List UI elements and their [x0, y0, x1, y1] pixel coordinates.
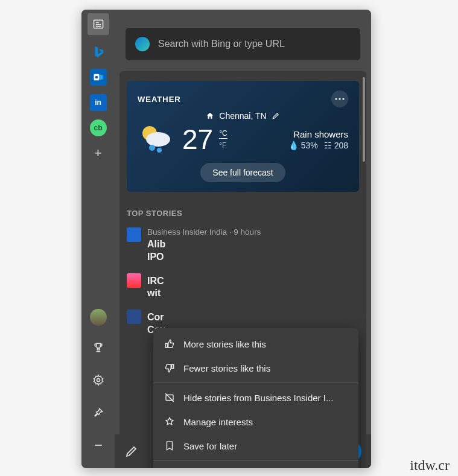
trophy-icon[interactable] — [87, 337, 109, 358]
story-title: AlibIPO — [147, 238, 261, 264]
unit-fahrenheit[interactable]: °F — [219, 141, 227, 150]
svg-point-9 — [339, 98, 340, 100]
main: WEATHER Chennai, TN — [115, 10, 371, 468]
story-item[interactable]: IRCwit — [127, 273, 359, 300]
svg-point-6 — [97, 379, 100, 382]
story-context-menu: More stories like this Fewer stories lik… — [153, 328, 358, 468]
svg-point-5 — [95, 76, 98, 79]
weather-card: WEATHER Chennai, TN — [127, 81, 359, 192]
ctx-report[interactable]: Report an issue — [153, 463, 358, 468]
svg-point-8 — [335, 98, 337, 100]
svg-point-14 — [157, 148, 162, 153]
weather-menu-button[interactable] — [331, 90, 348, 107]
hide-icon — [164, 392, 175, 403]
custom-app-icon[interactable]: cb — [90, 119, 107, 136]
weather-condition-icon — [138, 124, 176, 155]
news-panel: in cb + W — [81, 10, 371, 468]
separator — [153, 382, 358, 383]
story-meta: Business Insider India · 9 hours — [147, 227, 261, 236]
linkedin-icon[interactable]: in — [90, 94, 107, 111]
pin-icon[interactable] — [87, 402, 109, 424]
add-app-button[interactable]: + — [90, 145, 107, 162]
story-thumb-icon — [127, 273, 141, 288]
edit-icon[interactable] — [272, 112, 280, 120]
edit-icon[interactable] — [124, 444, 139, 459]
svg-point-13 — [149, 145, 155, 151]
weather-title: WEATHER — [138, 95, 181, 104]
forecast-button[interactable]: See full forecast — [200, 163, 285, 182]
bing-icon[interactable] — [90, 43, 107, 60]
story-thumb-icon — [127, 227, 141, 242]
story-title: IRCwit — [147, 275, 164, 300]
avatar[interactable] — [90, 309, 107, 326]
aqi: ☷ 208 — [324, 141, 348, 150]
weather-location-text: Chennai, TN — [219, 111, 266, 121]
unit-celsius[interactable]: °C — [219, 129, 227, 139]
search-bar[interactable] — [126, 28, 360, 60]
thumbs-down-icon — [164, 363, 175, 373]
story-item[interactable]: Business Insider India · 9 hours AlibIPO — [127, 227, 359, 264]
weather-temp: 27 — [182, 123, 213, 156]
search-input[interactable] — [158, 39, 351, 49]
top-stories: TOP STORIES Business Insider India · 9 h… — [127, 209, 359, 337]
edge-logo-icon — [135, 37, 150, 51]
ctx-more-like-this[interactable]: More stories like this — [153, 332, 358, 356]
humidity: 💧 53% — [288, 141, 318, 150]
watermark: itdw.cr — [410, 457, 450, 474]
star-gear-icon — [164, 416, 175, 427]
stories-heading: TOP STORIES — [127, 209, 359, 218]
ctx-save-later[interactable]: Save for later — [153, 434, 358, 458]
bookmark-icon — [164, 440, 175, 451]
content-area: WEATHER Chennai, TN — [119, 71, 366, 468]
home-icon — [206, 112, 214, 120]
outlook-icon[interactable] — [90, 69, 107, 86]
news-icon[interactable] — [87, 13, 109, 35]
separator — [153, 460, 358, 461]
weather-location[interactable]: Chennai, TN — [138, 111, 348, 121]
settings-icon[interactable] — [87, 369, 109, 391]
unit-toggle[interactable]: °C °F — [219, 129, 227, 150]
sidebar: in cb + — [81, 10, 115, 468]
ctx-fewer-like-this[interactable]: Fewer stories like this — [153, 356, 358, 380]
story-thumb-icon — [127, 309, 141, 324]
ctx-hide-source[interactable]: Hide stories from Business Insider I... — [153, 386, 358, 410]
svg-point-12 — [146, 132, 170, 147]
weather-condition: Rain showers — [288, 129, 348, 139]
minimize-icon[interactable] — [87, 434, 109, 456]
thumbs-up-icon — [164, 338, 175, 349]
svg-point-10 — [342, 98, 344, 100]
ctx-manage-interests[interactable]: Manage interests — [153, 410, 358, 434]
